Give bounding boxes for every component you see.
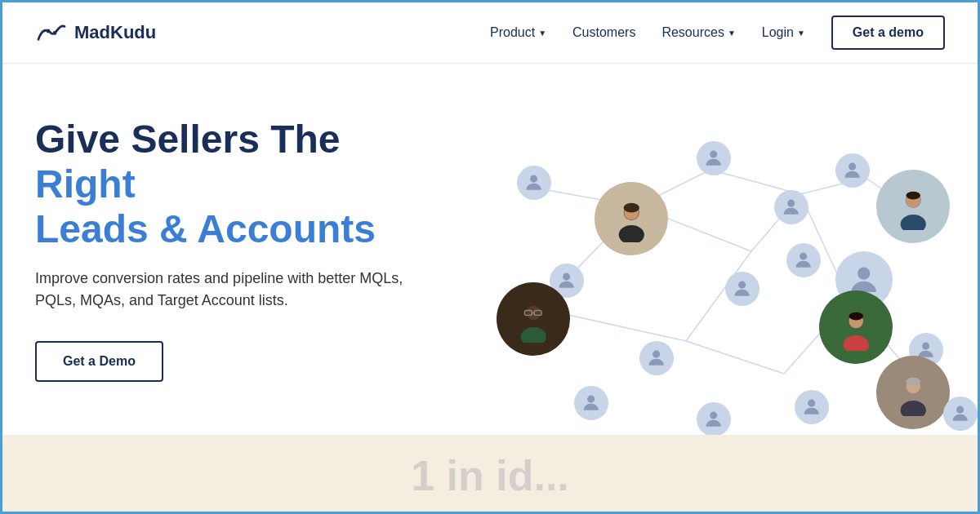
hero-visual <box>443 64 978 435</box>
avatar-node-photo1 <box>595 182 668 255</box>
avatar-node <box>795 390 829 424</box>
nav-link-resources[interactable]: Resources ▼ <box>662 25 735 40</box>
nav-item-cta[interactable]: Get a demo <box>831 16 945 50</box>
nav-item-customers[interactable]: Customers <box>572 25 635 40</box>
svg-point-35 <box>738 281 746 289</box>
hero-content: Give Sellers The Right Leads & Accounts … <box>2 117 443 383</box>
svg-point-24 <box>849 163 856 171</box>
svg-point-19 <box>618 225 644 242</box>
hero-subtitle: Improve conversion rates and pipeline wi… <box>35 268 411 312</box>
svg-point-28 <box>900 215 925 231</box>
svg-point-22 <box>710 151 717 158</box>
svg-point-47 <box>906 377 920 385</box>
avatar-node <box>774 190 808 224</box>
svg-point-48 <box>900 401 925 417</box>
svg-point-17 <box>530 175 537 183</box>
svg-point-42 <box>653 351 660 358</box>
svg-point-21 <box>623 203 639 213</box>
avatar-node-photo2 <box>876 170 950 243</box>
nav-links: Product ▼ Customers Resources ▼ Login ▼ … <box>490 16 945 50</box>
avatar-node <box>943 397 978 431</box>
svg-point-34 <box>520 327 546 343</box>
hero-section: Give Sellers The Right Leads & Accounts … <box>2 64 978 435</box>
svg-point-37 <box>858 268 870 280</box>
avatar-node <box>786 243 821 277</box>
svg-point-39 <box>849 312 863 320</box>
avatar-node <box>697 402 731 435</box>
svg-point-45 <box>808 400 815 407</box>
get-demo-nav-button[interactable]: Get a demo <box>831 16 945 50</box>
avatar-node <box>697 141 731 175</box>
svg-point-0 <box>47 29 51 33</box>
avatar-node-photo3 <box>497 282 570 356</box>
svg-point-29 <box>563 273 570 281</box>
get-demo-hero-button[interactable]: Get a Demo <box>35 341 163 382</box>
hero-title: Give Sellers The Right Leads & Accounts <box>35 117 411 252</box>
avatar-node-photo5 <box>876 356 950 429</box>
avatar-node <box>639 341 674 375</box>
nav-link-customers[interactable]: Customers <box>572 25 635 40</box>
chevron-down-icon: ▼ <box>728 29 736 38</box>
logo-text: MadKudu <box>74 22 156 43</box>
svg-point-41 <box>922 343 929 350</box>
svg-point-40 <box>843 335 868 352</box>
svg-point-43 <box>587 396 595 403</box>
svg-point-36 <box>800 253 807 260</box>
svg-point-1 <box>53 31 57 35</box>
svg-point-44 <box>710 412 717 419</box>
nav-item-product[interactable]: Product ▼ <box>490 25 546 40</box>
avatar-node-photo4 <box>819 290 893 364</box>
avatar-node <box>835 153 870 188</box>
logo-icon <box>35 20 68 45</box>
svg-line-13 <box>686 341 784 374</box>
nav-link-login[interactable]: Login ▼ <box>762 25 805 40</box>
avatar-node <box>725 272 760 306</box>
avatar-node <box>574 386 608 420</box>
nav-link-product[interactable]: Product ▼ <box>490 25 546 40</box>
bottom-section: 1 in id... <box>2 435 978 514</box>
chevron-down-icon: ▼ <box>538 29 546 38</box>
navbar: MadKudu Product ▼ Customers Resources ▼ … <box>2 2 978 64</box>
bottom-partial-text: 1 in id... <box>411 451 569 500</box>
avatar-node <box>517 166 551 200</box>
logo[interactable]: MadKudu <box>35 20 156 45</box>
chevron-down-icon: ▼ <box>797 29 805 38</box>
svg-point-49 <box>956 406 964 414</box>
nav-item-resources[interactable]: Resources ▼ <box>662 25 735 40</box>
svg-point-27 <box>906 191 920 199</box>
nav-item-login[interactable]: Login ▼ <box>762 25 805 40</box>
svg-point-23 <box>787 200 795 207</box>
